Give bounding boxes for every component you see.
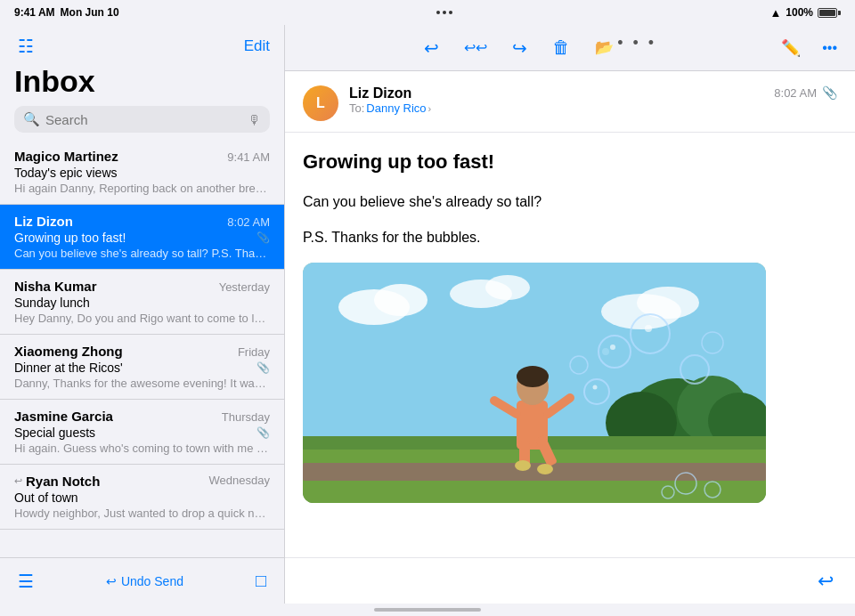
windows-icon-button[interactable]: □ <box>256 571 266 591</box>
mail-item[interactable]: Nisha Kumar Yesterday Sunday lunch Hey D… <box>0 270 284 335</box>
attachment-icon: 📎 <box>256 426 270 439</box>
toolbar-right: ✏️ ••• <box>778 35 841 61</box>
mail-subject: Today's epic views <box>14 166 118 180</box>
svg-point-2 <box>374 284 428 316</box>
email-to: To: Danny Rico › <box>349 101 763 115</box>
filter-icon-button[interactable]: ☰ <box>18 571 34 592</box>
mail-sender: Magico Martinez <box>14 149 118 164</box>
mail-preview: Hi again Danny, Reporting back on anothe… <box>14 182 270 195</box>
mail-sender: Ryan Notch <box>26 474 100 489</box>
mail-item[interactable]: Jasmine Garcia Thursday Special guests 📎… <box>0 400 284 465</box>
svg-point-19 <box>515 460 531 471</box>
mail-time: Thursday <box>222 410 270 424</box>
attachment-icon: 📎 <box>256 231 270 244</box>
detail-pane: ↩ ↩↩ ↪ 🗑 📂 • • • ✏️ ••• L Liz Dizon <box>285 25 855 604</box>
email-subject-heading: Growing up too fast! <box>303 150 837 174</box>
compose-button[interactable]: ✏️ <box>778 35 804 61</box>
mail-item[interactable]: ↩ Ryan Notch Wednesday Out of town Howdy… <box>0 465 284 530</box>
mic-icon[interactable]: 🎙 <box>248 112 261 127</box>
dot1 <box>436 11 440 14</box>
mail-sender: Jasmine Garcia <box>14 409 113 424</box>
folder-button[interactable]: 📂 <box>591 35 617 61</box>
edit-button[interactable]: Edit <box>244 37 270 55</box>
email-image <box>303 263 766 503</box>
inbox-title: Inbox <box>0 64 284 106</box>
search-bar[interactable]: 🔍 🎙 <box>14 106 270 133</box>
sidebar-toggle-button[interactable]: ☷ <box>14 32 37 61</box>
mail-sender: Xiaomeng Zhong <box>14 344 123 359</box>
svg-point-18 <box>517 366 549 387</box>
sidebar-header: ☷ Edit <box>0 25 284 64</box>
trash-button[interactable]: 🗑 <box>549 34 574 61</box>
reply-bottom-button[interactable]: ↩ <box>814 566 837 596</box>
home-indicator-bar <box>0 604 855 616</box>
mail-time: Friday <box>238 345 270 359</box>
undo-send-label: Undo Send <box>121 574 183 588</box>
status-day: Mon Jun 10 <box>61 6 119 19</box>
avatar-initial: L <box>316 95 325 111</box>
mail-subject: Sunday lunch <box>14 296 90 310</box>
home-indicator <box>374 608 481 612</box>
email-body: Growing up too fast! Can you believe she… <box>285 133 855 557</box>
mail-subject: Out of town <box>14 490 78 505</box>
mail-time: 9:41 AM <box>227 150 270 164</box>
status-bar: 9:41 AM Mon Jun 10 ▲ 100% <box>0 0 855 25</box>
battery-icon <box>818 8 841 18</box>
reply-button[interactable]: ↩ <box>420 34 443 62</box>
more-button[interactable]: ••• <box>818 36 841 60</box>
reply-all-button[interactable]: ↩↩ <box>460 36 491 60</box>
svg-rect-13 <box>303 463 766 481</box>
status-time: 9:41 AM <box>14 6 55 19</box>
mail-subject: Special guests <box>14 426 95 440</box>
search-icon: 🔍 <box>23 111 40 127</box>
chevron-right-icon: › <box>428 103 432 114</box>
email-to-recipient[interactable]: Danny Rico <box>366 101 426 115</box>
email-image-svg <box>303 263 766 503</box>
toolbar-left: ↩ ↩↩ ↪ 🗑 📂 <box>420 34 617 62</box>
email-header: L Liz Dizon To: Danny Rico › 8:02 AM 📎 <box>285 71 855 133</box>
mail-time: Wednesday <box>209 474 270 487</box>
wifi-icon: ▲ <box>770 6 781 20</box>
three-dots: • • • <box>617 34 656 62</box>
undo-send-icon: ↩ <box>106 574 117 588</box>
attachment-icon: 📎 <box>256 361 270 374</box>
mail-time: Yesterday <box>219 280 270 294</box>
mail-preview: Howdy neighbor, Just wanted to drop a qu… <box>14 507 270 520</box>
dot2 <box>443 11 446 14</box>
email-to-label: To: <box>349 101 364 115</box>
undo-send-button[interactable]: ↩ Undo Send <box>106 574 183 588</box>
mail-sender: Nisha Kumar <box>14 279 97 294</box>
mail-item-selected[interactable]: Liz Dizon 8:02 AM Growing up too fast! 📎… <box>0 205 284 270</box>
status-bar-right: ▲ 100% <box>770 6 841 20</box>
email-attachment-icon: 📎 <box>822 85 837 100</box>
email-body-paragraph-1: Can you believe she's already so tall? <box>303 191 837 213</box>
replied-icon: ↩ <box>14 475 22 487</box>
detail-bottom: ↩ <box>285 557 855 604</box>
mail-item[interactable]: Xiaomeng Zhong Friday Dinner at the Rico… <box>0 335 284 400</box>
status-bar-left: 9:41 AM Mon Jun 10 <box>14 6 119 19</box>
mail-preview: Hi again. Guess who's coming to town wit… <box>14 442 270 455</box>
mail-subject: Dinner at the Ricos' <box>14 361 123 375</box>
dot3 <box>449 11 452 14</box>
svg-point-4 <box>485 275 530 300</box>
svg-point-24 <box>602 348 609 355</box>
search-input[interactable] <box>45 112 242 127</box>
email-time: 8:02 AM <box>774 86 817 100</box>
mail-list: Magico Martinez 9:41 AM Today's epic vie… <box>0 140 284 557</box>
mail-preview: Hey Danny, Do you and Rigo want to come … <box>14 312 270 325</box>
email-meta: Liz Dizon To: Danny Rico › <box>349 85 763 115</box>
mail-preview: Danny, Thanks for the awesome evening! I… <box>14 377 270 390</box>
mail-sender: Liz Dizon <box>14 214 73 229</box>
email-time-right: 8:02 AM 📎 <box>774 85 837 100</box>
app-container: ☷ Edit Inbox 🔍 🎙 Magico Martinez 9:41 AM… <box>0 25 855 604</box>
email-body-paragraph-2: P.S. Thanks for the bubbles. <box>303 227 837 248</box>
forward-button[interactable]: ↪ <box>509 34 531 62</box>
svg-point-20 <box>537 464 553 474</box>
mail-item[interactable]: Magico Martinez 9:41 AM Today's epic vie… <box>0 140 284 205</box>
svg-point-32 <box>593 385 598 390</box>
sidebar: ☷ Edit Inbox 🔍 🎙 Magico Martinez 9:41 AM… <box>0 25 285 604</box>
status-bar-center <box>436 11 452 14</box>
avatar: L <box>303 85 338 121</box>
mail-preview: Can you believe she's already so tall? P… <box>14 247 270 260</box>
sidebar-bottom: ☰ ↩ Undo Send □ <box>0 557 284 604</box>
